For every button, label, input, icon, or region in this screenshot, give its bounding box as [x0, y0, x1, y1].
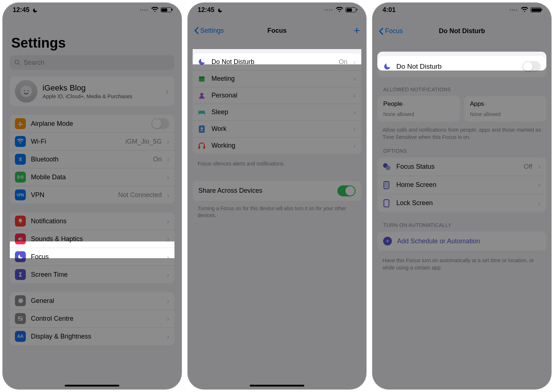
chevron-right-icon: ›: [485, 101, 486, 107]
share-toggle[interactable]: [337, 185, 356, 196]
chevron-right-icon: ›: [167, 137, 169, 146]
allowed-paragraph: Allow calls and notifications from peopl…: [372, 121, 551, 146]
lock-screen-row[interactable]: Lock Screen ›: [377, 194, 546, 212]
sounds-row[interactable]: Sounds & Haptics ›: [10, 230, 174, 248]
bell-icon: [15, 216, 26, 227]
connectivity-group: Airplane Mode Wi-Fi iGM_Jio_5G › Bluetoo…: [10, 115, 174, 204]
profile-name: iGeeks Blog: [43, 83, 161, 93]
svg-point-9: [201, 127, 203, 129]
screentime-row[interactable]: Screen Time ›: [10, 265, 174, 283]
ellipsis-icon: [325, 9, 334, 11]
dnd-toggle[interactable]: [522, 61, 541, 72]
personal-row[interactable]: Personal ›: [193, 87, 362, 104]
svg-point-0: [20, 85, 32, 97]
status-bar: 4:01: [372, 3, 551, 17]
chevron-right-icon: ›: [167, 315, 169, 323]
dnd-status-icon: [217, 7, 223, 13]
phone-icon: [382, 181, 390, 189]
notifications-row[interactable]: Notifications ›: [10, 212, 174, 230]
dnd-row[interactable]: Do Not Disturb On ›: [193, 53, 362, 70]
switches-icon: [15, 313, 26, 324]
chevron-left-icon: [379, 28, 384, 35]
work-row[interactable]: Work ›: [193, 120, 362, 137]
chevron-right-icon: ›: [353, 58, 356, 66]
meeting-row[interactable]: Meeting ›: [193, 70, 362, 87]
svg-rect-6: [199, 76, 204, 78]
airplane-toggle[interactable]: [151, 118, 169, 129]
moon-icon: [383, 63, 391, 71]
antenna-icon: [15, 172, 26, 183]
general-group: General › Control Centre › AA Display & …: [10, 292, 174, 345]
wifi-row-icon: [15, 136, 26, 147]
svg-rect-12: [203, 146, 205, 148]
moon-icon: [15, 251, 26, 262]
gear-icon: [15, 295, 26, 306]
status-time: 12:45: [198, 6, 214, 14]
settings-screen: 12:45 Settings Search iGeeks Blog Apple …: [2, 2, 182, 390]
hourglass-icon: [15, 269, 26, 280]
chevron-right-icon: ›: [166, 86, 169, 96]
avatar: [15, 80, 37, 103]
home-screen-row[interactable]: Home Screen ›: [377, 176, 546, 194]
chevron-right-icon: ›: [353, 91, 356, 100]
general-row[interactable]: General ›: [10, 292, 174, 309]
people-tile[interactable]: People› None allowed: [377, 96, 459, 121]
chevron-right-icon: ›: [167, 332, 169, 341]
focus-modes-list: Do Not Disturb On › Meeting › Personal ›…: [193, 53, 362, 154]
bluetooth-row[interactable]: Bluetooth On ›: [10, 150, 174, 168]
status-bar: 12:45: [188, 3, 367, 17]
control-centre-row[interactable]: Control Centre ›: [10, 309, 174, 327]
plus-circle-icon: +: [383, 237, 392, 245]
add-button[interactable]: +: [354, 25, 360, 36]
focus-group: Notifications › Sounds & Haptics › Focus…: [10, 212, 174, 283]
add-schedule-row[interactable]: + Add Schedule or Automation: [377, 232, 546, 251]
page-title: Settings: [3, 17, 182, 55]
chevron-right-icon: ›: [167, 173, 169, 181]
focus-list-screen: 12:45 Settings Focus + Do Not Disturb On…: [187, 2, 367, 390]
airplane-mode-row[interactable]: Airplane Mode: [10, 115, 174, 132]
status-bar: 12:45: [3, 3, 182, 17]
auto-paragraph: Have this Focus turn on automatically at…: [372, 252, 551, 276]
back-button[interactable]: Focus: [379, 27, 403, 35]
vpn-row[interactable]: VPN VPN Not Connected ›: [10, 186, 174, 204]
vpn-icon: VPN: [15, 189, 26, 200]
svg-point-14: [386, 165, 391, 170]
chevron-right-icon: ›: [167, 217, 169, 225]
svg-point-7: [200, 93, 203, 96]
svg-rect-16: [385, 182, 388, 187]
working-row[interactable]: Working ›: [193, 137, 362, 154]
chevron-right-icon: ›: [167, 271, 169, 279]
wifi-row[interactable]: Wi-Fi iGM_Jio_5G ›: [10, 132, 174, 150]
speaker-icon: [15, 233, 26, 244]
calendar-icon: [198, 75, 206, 83]
phone-icon: [382, 199, 390, 207]
svg-point-2: [19, 317, 20, 318]
share-across-row[interactable]: Share Across Devices: [193, 181, 362, 201]
wifi-icon: [151, 7, 158, 13]
wifi-icon: [336, 7, 343, 13]
bluetooth-icon: [15, 154, 26, 165]
moon-icon: [198, 58, 206, 66]
focus-row[interactable]: Focus ›: [10, 248, 174, 265]
status-time: 4:01: [382, 6, 396, 14]
dnd-master-row[interactable]: Do Not Disturb: [377, 56, 546, 77]
svg-rect-17: [384, 200, 389, 207]
home-indicator[interactable]: [65, 385, 119, 387]
profile-card[interactable]: iGeeks Blog Apple ID, iCloud+, Media & P…: [10, 76, 174, 106]
status-icon: [382, 163, 390, 171]
headphones-icon: [198, 142, 206, 150]
chevron-right-icon: ›: [167, 253, 169, 261]
nav-bar: Focus Do Not Disturb: [372, 17, 551, 39]
back-button[interactable]: Settings: [194, 27, 224, 35]
search-input[interactable]: Search: [10, 55, 174, 70]
sleep-row[interactable]: Sleep ›: [193, 104, 362, 120]
mobile-data-row[interactable]: Mobile Data ›: [10, 168, 174, 186]
apps-tile[interactable]: Apps› None allowed: [464, 96, 546, 121]
focus-status-row[interactable]: Focus Status Off ›: [377, 157, 546, 176]
focus-footer: Focus silences alerts and notifications.: [188, 157, 367, 170]
display-row[interactable]: AA Display & Brightness ›: [10, 327, 174, 345]
ellipsis-icon: [510, 9, 519, 11]
chevron-right-icon: ›: [167, 297, 169, 305]
home-indicator[interactable]: [250, 385, 304, 387]
chevron-right-icon: ›: [353, 108, 356, 116]
